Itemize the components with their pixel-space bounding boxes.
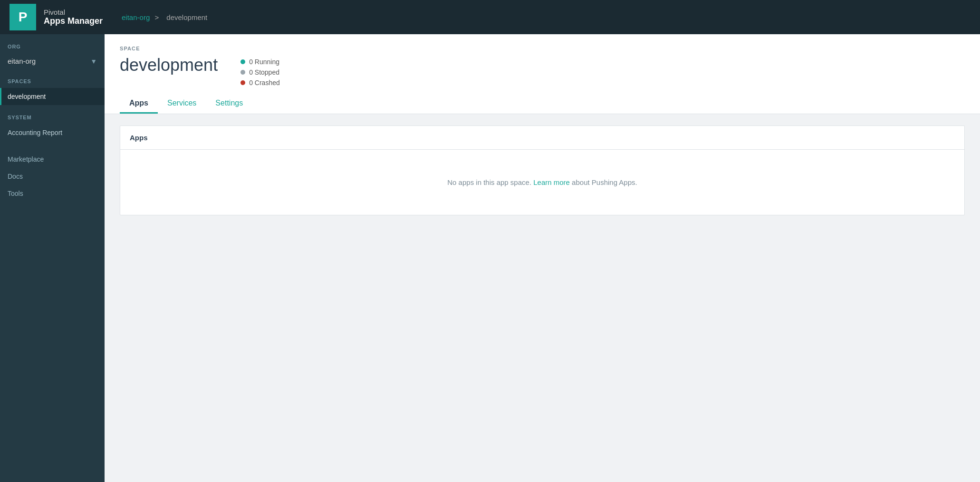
app-name-top: Pivotal xyxy=(44,8,103,16)
status-list: 0 Running 0 Stopped 0 Crashed xyxy=(240,55,280,87)
crashed-dot-icon xyxy=(240,80,245,85)
org-dropdown-arrow-icon: ▼ xyxy=(90,58,97,65)
org-selector[interactable]: eitan-org ▼ xyxy=(0,53,105,69)
apps-card: Apps No apps in this app space. Learn mo… xyxy=(120,125,965,215)
apps-card-empty: No apps in this app space. Learn more ab… xyxy=(120,150,964,215)
top-nav: P Pivotal Apps Manager eitan-org > devel… xyxy=(0,0,980,34)
logo-box: P xyxy=(10,4,36,30)
running-dot-icon xyxy=(240,59,245,64)
sidebar-link-docs[interactable]: Docs xyxy=(0,168,105,185)
status-running: 0 Running xyxy=(240,58,280,66)
apps-empty-text: No apps in this app space. xyxy=(447,178,531,186)
breadcrumb: eitan-org > development xyxy=(122,13,210,21)
sidebar-item-accounting-report[interactable]: Accounting Report xyxy=(0,124,105,141)
breadcrumb-current: development xyxy=(166,13,207,21)
content-body: Apps No apps in this app space. Learn mo… xyxy=(105,114,980,227)
content-header: SPACE development 0 Running 0 Stopped 0 … xyxy=(105,34,980,114)
apps-empty-suffix: about Pushing Apps. xyxy=(572,178,637,186)
spaces-section-label: SPACES xyxy=(0,69,105,88)
tab-apps[interactable]: Apps xyxy=(120,94,158,114)
org-section-label: ORG xyxy=(0,34,105,53)
sidebar-item-development[interactable]: development xyxy=(0,88,105,105)
space-title-row: development 0 Running 0 Stopped 0 Crashe… xyxy=(120,55,965,87)
learn-more-link[interactable]: Learn more xyxy=(533,178,570,186)
sidebar-bottom-links: Marketplace Docs Tools xyxy=(0,151,105,212)
tools-label: Tools xyxy=(8,190,23,197)
logo-letter: P xyxy=(19,10,28,25)
status-crashed: 0 Crashed xyxy=(240,79,280,87)
sidebar-link-tools[interactable]: Tools xyxy=(0,185,105,202)
breadcrumb-separator: > xyxy=(154,13,159,21)
app-name-bottom: Apps Manager xyxy=(44,16,103,26)
sidebar-link-marketplace[interactable]: Marketplace xyxy=(0,151,105,168)
tab-settings[interactable]: Settings xyxy=(206,94,252,114)
accounting-report-label: Accounting Report xyxy=(8,129,62,136)
running-label: 0 Running xyxy=(249,58,279,66)
sidebar: ORG eitan-org ▼ SPACES development SYSTE… xyxy=(0,34,105,482)
stopped-dot-icon xyxy=(240,70,245,75)
apps-card-header: Apps xyxy=(120,126,964,150)
main-layout: ORG eitan-org ▼ SPACES development SYSTE… xyxy=(0,34,980,482)
content-area: SPACE development 0 Running 0 Stopped 0 … xyxy=(105,34,980,482)
tabs: Apps Services Settings xyxy=(120,94,965,114)
marketplace-label: Marketplace xyxy=(8,155,44,163)
crashed-label: 0 Crashed xyxy=(249,79,280,87)
space-item-label: development xyxy=(8,93,46,100)
stopped-label: 0 Stopped xyxy=(249,68,279,76)
breadcrumb-org-link[interactable]: eitan-org xyxy=(122,13,150,21)
app-title: Pivotal Apps Manager xyxy=(44,8,103,26)
status-stopped: 0 Stopped xyxy=(240,68,280,76)
tab-services[interactable]: Services xyxy=(158,94,206,114)
org-name: eitan-org xyxy=(8,57,36,65)
system-section-label: SYSTEM xyxy=(0,105,105,124)
space-section-label: SPACE xyxy=(120,46,965,51)
space-title: development xyxy=(120,55,218,75)
docs-label: Docs xyxy=(8,173,23,180)
